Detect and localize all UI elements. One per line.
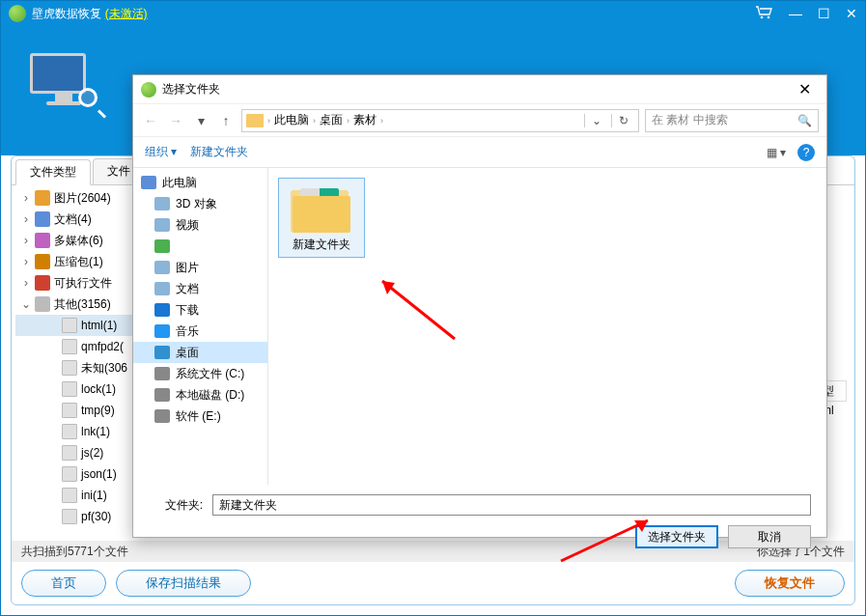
tree-label: 可执行文件 bbox=[54, 275, 112, 292]
nav-back-button[interactable]: ← bbox=[141, 113, 160, 128]
file-icon bbox=[62, 466, 77, 482]
app-logo-icon bbox=[9, 5, 26, 22]
tree-this-pc[interactable]: 此电脑 bbox=[133, 172, 267, 193]
tree-label: 视频 bbox=[176, 217, 199, 234]
chevron-right-icon[interactable]: › bbox=[21, 276, 31, 290]
tree-label: 文档 bbox=[176, 281, 199, 297]
3d-icon bbox=[154, 197, 170, 210]
tree-drive-c[interactable]: 系统文件 (C:) bbox=[133, 363, 267, 384]
tree-desktop[interactable]: 桌面 bbox=[133, 342, 267, 363]
file-icon bbox=[62, 381, 77, 397]
recover-files-button[interactable]: 恢复文件 bbox=[735, 570, 845, 597]
organize-label: 组织 bbox=[145, 145, 168, 158]
tree-drive-e[interactable]: 软件 (E:) bbox=[133, 406, 267, 427]
chevron-right-icon[interactable]: › bbox=[21, 255, 31, 268]
view-mode-button[interactable]: ▦ ▾ bbox=[767, 146, 786, 159]
folder-select-dialog: 选择文件夹 ✕ ← → ▾ ↑ › 此电脑 › 桌面 › 素材 › ⌄ ↻ 在 bbox=[132, 74, 827, 538]
tree-documents[interactable]: 文档 bbox=[133, 278, 267, 299]
chevron-right-icon: › bbox=[313, 116, 316, 126]
tree-downloads[interactable]: 下载 bbox=[133, 299, 267, 321]
pictures-icon bbox=[154, 261, 170, 274]
dialog-content-pane[interactable]: 新建文件夹 bbox=[268, 168, 826, 485]
documents-icon bbox=[154, 282, 170, 295]
dialog-nav-bar: ← → ▾ ↑ › 此电脑 › 桌面 › 素材 › ⌄ ↻ 在 素材 中搜索 🔍 bbox=[133, 104, 826, 137]
tree-pictures[interactable]: 图片 bbox=[133, 257, 267, 278]
file-icon bbox=[62, 509, 77, 524]
music-icon bbox=[154, 324, 170, 338]
chevron-right-icon[interactable]: › bbox=[21, 234, 31, 247]
save-scan-button[interactable]: 保存扫描结果 bbox=[116, 570, 251, 597]
home-button[interactable]: 首页 bbox=[21, 570, 106, 597]
window-controls: — ☐ ✕ bbox=[754, 5, 857, 23]
nav-history-dropdown[interactable]: ▾ bbox=[191, 113, 210, 128]
cart-icon[interactable] bbox=[754, 5, 773, 23]
chevron-down-icon[interactable]: ⌄ bbox=[21, 297, 31, 311]
tree-label: 本地磁盘 (D:) bbox=[176, 387, 244, 404]
select-folder-button[interactable]: 选择文件夹 bbox=[635, 525, 718, 548]
disk-icon bbox=[154, 367, 170, 380]
nav-up-button[interactable]: ↑ bbox=[216, 113, 236, 128]
breadcrumb-item[interactable]: 素材 bbox=[353, 112, 377, 128]
close-button[interactable]: ✕ bbox=[846, 6, 857, 21]
breadcrumb-item[interactable]: 桌面 bbox=[320, 112, 343, 128]
tree-iqiyi[interactable] bbox=[133, 236, 267, 257]
search-input[interactable]: 在 素材 中搜索 🔍 bbox=[645, 109, 819, 132]
svg-point-1 bbox=[768, 15, 770, 18]
breadcrumb-dropdown-button[interactable]: ⌄ bbox=[584, 114, 607, 127]
tree-label: html(1) bbox=[81, 319, 117, 332]
tree-label: lnk(1) bbox=[81, 425, 110, 438]
help-icon[interactable]: ? bbox=[797, 144, 815, 161]
folder-field-label: 文件夹: bbox=[149, 497, 203, 514]
search-placeholder: 在 素材 中搜索 bbox=[652, 112, 797, 128]
bottom-button-row: 首页 保存扫描结果 恢复文件 bbox=[21, 568, 845, 599]
new-folder-button[interactable]: 新建文件夹 bbox=[190, 144, 248, 160]
tree-label: ini(1) bbox=[81, 489, 107, 502]
dialog-titlebar: 选择文件夹 ✕ bbox=[133, 75, 826, 104]
breadcrumb-bar[interactable]: › 此电脑 › 桌面 › 素材 › ⌄ ↻ bbox=[241, 109, 639, 132]
file-icon bbox=[62, 403, 77, 418]
app-name: 壁虎数据恢复 bbox=[32, 7, 101, 20]
app-window: 壁虎数据恢复 (未激活) — ☐ ✕ 扫描磁盘H: 文件类型 文件 ›图片(26… bbox=[0, 0, 866, 616]
file-icon bbox=[62, 488, 77, 503]
nav-forward-button[interactable]: → bbox=[166, 113, 185, 128]
app-title: 壁虎数据恢复 (未激活) bbox=[32, 6, 754, 22]
tree-label: pf(30) bbox=[81, 510, 111, 523]
folder-name-input[interactable] bbox=[212, 494, 811, 516]
dialog-body: 此电脑 3D 对象 视频 图片 文档 下载 音乐 桌面 系统文件 (C:) 本地… bbox=[133, 168, 826, 485]
dialog-footer: 文件夹: 选择文件夹 取消 bbox=[133, 485, 826, 558]
status-scan-count: 共扫描到5771个文件 bbox=[21, 544, 128, 560]
dialog-nav-tree[interactable]: 此电脑 3D 对象 视频 图片 文档 下载 音乐 桌面 系统文件 (C:) 本地… bbox=[133, 168, 268, 485]
tree-videos[interactable]: 视频 bbox=[133, 214, 267, 236]
folder-name-label: 新建文件夹 bbox=[283, 237, 360, 253]
app-inactive-tag[interactable]: (未激活) bbox=[105, 7, 148, 20]
maximize-button[interactable]: ☐ bbox=[818, 6, 830, 21]
minimize-button[interactable]: — bbox=[789, 6, 802, 21]
tree-label: 系统文件 (C:) bbox=[176, 366, 244, 382]
disk-icon bbox=[154, 388, 170, 402]
video-icon bbox=[154, 218, 170, 232]
chevron-right-icon[interactable]: › bbox=[21, 212, 31, 226]
folder-icon bbox=[246, 114, 264, 127]
breadcrumb-item[interactable]: 此电脑 bbox=[274, 112, 309, 128]
document-icon bbox=[35, 211, 50, 227]
chevron-right-icon[interactable]: › bbox=[21, 191, 31, 205]
svg-point-0 bbox=[761, 15, 764, 18]
tab-file-type[interactable]: 文件类型 bbox=[15, 159, 91, 185]
app-icon bbox=[154, 239, 170, 253]
tree-3d-objects[interactable]: 3D 对象 bbox=[133, 193, 267, 214]
chevron-right-icon: › bbox=[347, 116, 349, 126]
dialog-toolbar: 组织 ▾ 新建文件夹 ▦ ▾ ? bbox=[133, 137, 826, 168]
tree-drive-d[interactable]: 本地磁盘 (D:) bbox=[133, 384, 267, 406]
pc-icon bbox=[141, 176, 156, 189]
tree-music[interactable]: 音乐 bbox=[133, 321, 267, 342]
file-icon bbox=[62, 339, 77, 354]
folder-item-new[interactable]: 新建文件夹 bbox=[278, 178, 365, 258]
organize-menu[interactable]: 组织 ▾ bbox=[145, 144, 177, 160]
dialog-close-button[interactable]: ✕ bbox=[790, 80, 819, 98]
refresh-button[interactable]: ↻ bbox=[611, 114, 634, 127]
search-icon: 🔍 bbox=[797, 114, 812, 127]
cancel-button[interactable]: 取消 bbox=[728, 525, 811, 548]
file-icon bbox=[62, 318, 77, 333]
tree-label: json(1) bbox=[81, 467, 117, 481]
image-icon bbox=[35, 190, 50, 206]
